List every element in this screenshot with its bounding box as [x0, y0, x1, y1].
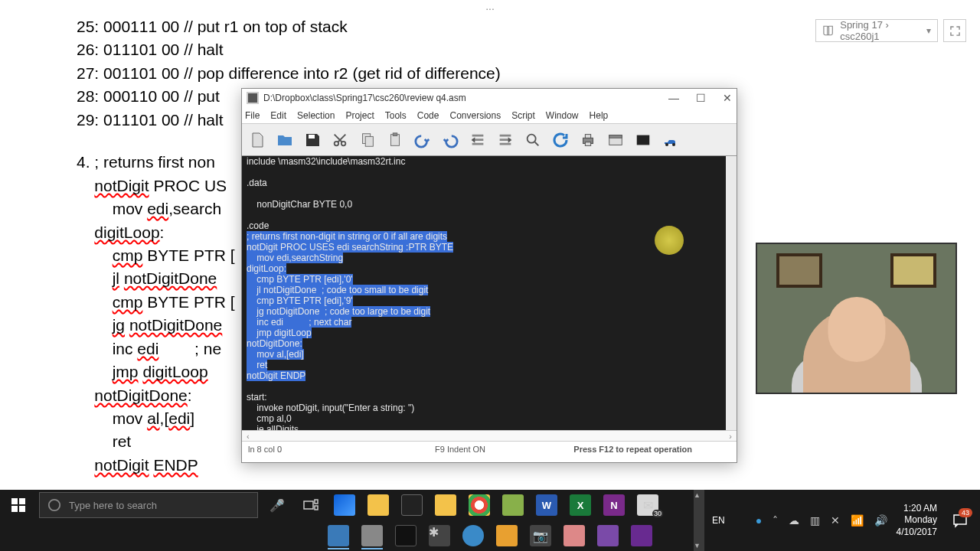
code-line[interactable]: [242, 210, 737, 220]
explorer-icon[interactable]: [361, 490, 395, 520]
console-button[interactable]: [629, 126, 657, 154]
indent-right-button[interactable]: [492, 126, 519, 154]
menu-conversions[interactable]: Conversions: [449, 110, 501, 121]
code-line[interactable]: [242, 167, 737, 178]
menu-selection[interactable]: Selection: [297, 110, 335, 121]
find-button[interactable]: [519, 126, 547, 154]
menu-script[interactable]: Script: [511, 110, 535, 121]
undo-button[interactable]: [409, 126, 436, 154]
code-line[interactable]: cmp BYTE PTR [edi],'9': [242, 295, 737, 306]
close-button[interactable]: ✕: [723, 92, 732, 104]
start-button[interactable]: [0, 490, 37, 520]
maximize-button[interactable]: ☐: [696, 92, 706, 104]
network-icon[interactable]: 📶: [851, 514, 864, 527]
code-line[interactable]: cmp al,0: [242, 413, 737, 424]
menu-edit[interactable]: Edit: [270, 110, 286, 121]
code-line[interactable]: start:: [242, 392, 737, 403]
redo-button[interactable]: [436, 126, 464, 154]
code-line[interactable]: je allDigits: [242, 424, 737, 430]
tray-chevron-icon[interactable]: ˄: [773, 514, 778, 527]
camera-icon[interactable]: 📷: [524, 520, 557, 551]
folder-icon[interactable]: [429, 490, 462, 520]
tray-icon-x[interactable]: ✕: [831, 514, 840, 527]
menu-project[interactable]: Project: [345, 110, 374, 121]
taskbar[interactable]: Type here to search 🎤 W X N ✉30 ✱ 📷 ▲▼: [0, 490, 704, 551]
cmd-icon[interactable]: [389, 520, 423, 551]
word-icon[interactable]: W: [530, 490, 564, 520]
taskbar-scrollbar[interactable]: ▲▼: [694, 490, 704, 551]
notebook-selector[interactable]: Spring 17 › csc260j1 ▾: [815, 19, 938, 42]
onedrive-icon[interactable]: ☁: [789, 514, 799, 527]
code-area[interactable]: include \masm32\include\masm32rt.inc.dat…: [242, 156, 737, 430]
cut-button[interactable]: [326, 126, 354, 154]
menu-bar[interactable]: FileEditSelectionProjectToolsCodeConvers…: [242, 107, 737, 124]
minimize-button[interactable]: —: [668, 92, 679, 104]
system-tray[interactable]: EN ● ˄ ☁ ▥ ✕ 📶 🔊 1:20 AM Monday 4/10/201…: [704, 490, 980, 551]
task-view-button[interactable]: [294, 490, 328, 520]
app-icon-5[interactable]: [591, 520, 625, 551]
open-button[interactable]: [271, 126, 299, 154]
app-icon-3[interactable]: [490, 520, 524, 551]
code-line[interactable]: .data: [242, 178, 737, 188]
notifications-button[interactable]: 43: [945, 505, 975, 536]
code-line[interactable]: jg notDigitDone ; code too large to be d…: [242, 306, 737, 317]
doc-line: 25: 000111 00 // put r1 on top of stack: [77, 15, 689, 38]
clock-time: 1:20 AM: [897, 503, 937, 515]
code-line[interactable]: include \masm32\include\masm32rt.inc: [242, 156, 737, 167]
edge-icon[interactable]: [328, 490, 361, 520]
new-button[interactable]: [243, 126, 271, 154]
refresh-button[interactable]: [547, 126, 574, 154]
code-line[interactable]: [242, 381, 737, 392]
app-icon-4[interactable]: [557, 520, 591, 551]
scrollbar-vertical[interactable]: [726, 156, 737, 430]
menu-help[interactable]: Help: [590, 110, 609, 121]
editor-app-icon[interactable]: [355, 520, 389, 551]
copy-button[interactable]: [354, 126, 381, 154]
code-line[interactable]: notDigitDone:: [242, 338, 737, 349]
app-icon-2[interactable]: [456, 520, 490, 551]
defender-icon[interactable]: ▥: [810, 514, 820, 527]
paste-button[interactable]: [381, 126, 409, 154]
code-line[interactable]: notDigit ENDP: [242, 370, 737, 381]
code-line[interactable]: nonDigitChar BYTE 0,0: [242, 199, 737, 210]
mail-icon[interactable]: ✉30: [631, 490, 665, 520]
menu-code[interactable]: Code: [417, 110, 439, 121]
search-input[interactable]: Type here to search: [39, 492, 258, 518]
code-line[interactable]: invoke notDigit, input("Enter a string: …: [242, 403, 737, 413]
menu-window[interactable]: Window: [546, 110, 579, 121]
app-icon-1[interactable]: ✱: [423, 520, 456, 551]
code-line[interactable]: digitLoop:: [242, 263, 737, 274]
language-indicator[interactable]: EN: [704, 515, 733, 526]
chrome-icon[interactable]: [462, 490, 496, 520]
print-button[interactable]: [574, 126, 602, 154]
store-icon[interactable]: [395, 490, 429, 520]
code-line[interactable]: mov edi,searchString: [242, 253, 737, 263]
code-line[interactable]: cmp BYTE PTR [edi],'0': [242, 274, 737, 285]
code-line[interactable]: jl notDigitDone ; code too small to be d…: [242, 285, 737, 295]
save-button[interactable]: [299, 126, 326, 154]
run-button[interactable]: [657, 126, 684, 154]
window-button[interactable]: [602, 126, 629, 154]
scrollbar-horizontal[interactable]: ‹›: [242, 430, 737, 441]
volume-icon[interactable]: 🔊: [874, 514, 887, 527]
title-bar[interactable]: D:\Dropbox\class\Spring17\csc260\review …: [242, 89, 737, 107]
menu-file[interactable]: File: [245, 110, 260, 121]
fullscreen-button[interactable]: [943, 19, 966, 42]
onenote-icon[interactable]: N: [597, 490, 631, 520]
excel-icon[interactable]: X: [564, 490, 597, 520]
mic-icon[interactable]: 🎤: [260, 490, 294, 520]
vs-icon[interactable]: [625, 520, 658, 551]
2--app1-icon[interactable]: [322, 520, 355, 551]
clock[interactable]: 1:20 AM Monday 4/10/2017: [897, 503, 945, 539]
toolbar[interactable]: [242, 124, 737, 156]
code-line[interactable]: inc edi ; next char: [242, 317, 737, 328]
code-line[interactable]: jmp digitLoop: [242, 328, 737, 338]
code-line[interactable]: mov al,[edi]: [242, 349, 737, 360]
code-line[interactable]: ret: [242, 360, 737, 370]
tray-app-icon[interactable]: ●: [756, 514, 762, 527]
code-line[interactable]: [242, 188, 737, 199]
svg-rect-14: [609, 135, 622, 138]
menu-tools[interactable]: Tools: [385, 110, 407, 121]
notepad-icon[interactable]: [496, 490, 530, 520]
indent-left-button[interactable]: [464, 126, 492, 154]
